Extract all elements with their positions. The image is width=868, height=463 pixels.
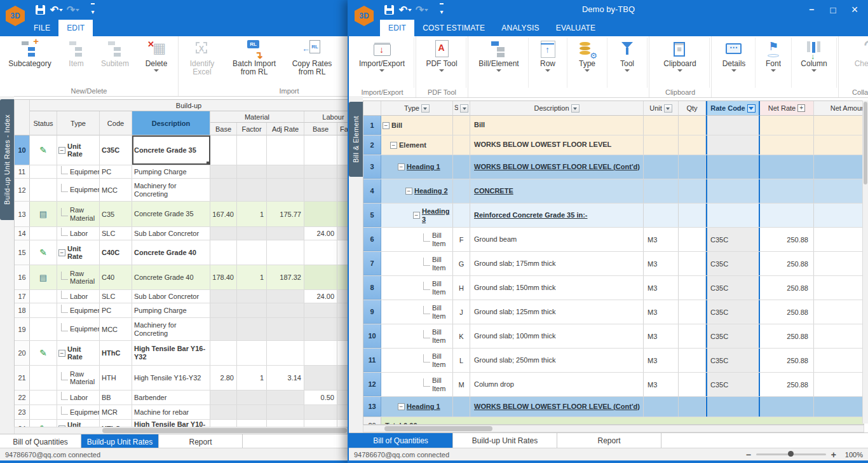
- ribbon-button-pdf-tool[interactable]: PDF Tool: [417, 38, 466, 88]
- collapse-icon[interactable]: [383, 122, 390, 129]
- column-header-description[interactable]: Description: [470, 101, 644, 116]
- filter-funnel-icon[interactable]: [747, 104, 756, 113]
- column-header-code[interactable]: Code: [100, 111, 132, 135]
- tab-cost-estimate[interactable]: COST ESTIMATE: [414, 20, 493, 36]
- row-number[interactable]: 2: [363, 135, 381, 155]
- column-header-type[interactable]: Type: [57, 111, 100, 135]
- row-number[interactable]: 14: [15, 227, 30, 240]
- ribbon-button-tool[interactable]: Tool: [607, 38, 648, 88]
- view-tab-bill-of-quantities[interactable]: Bill of Quantities: [349, 433, 453, 449]
- collapse-icon[interactable]: [398, 403, 405, 410]
- row-number[interactable]: 8: [363, 276, 381, 300]
- row-number[interactable]: 21: [15, 366, 30, 390]
- column-header-adj-rate[interactable]: Adj Rate: [267, 123, 304, 135]
- row-number[interactable]: 1: [363, 116, 381, 135]
- save-icon[interactable]: [382, 3, 396, 17]
- filter-dropdown-icon[interactable]: [571, 104, 580, 113]
- minimize-icon[interactable]: [803, 3, 820, 17]
- row-number[interactable]: 4: [363, 179, 381, 203]
- row-number[interactable]: 10: [363, 324, 381, 348]
- ribbon-button-column[interactable]: Column: [792, 38, 837, 88]
- maximize-icon[interactable]: [825, 3, 841, 17]
- tab-file[interactable]: FILE: [25, 20, 58, 36]
- collapse-icon[interactable]: [58, 249, 65, 256]
- tab-edit[interactable]: EDIT: [380, 20, 414, 36]
- row-number[interactable]: 22: [15, 390, 30, 404]
- tab-edit[interactable]: EDIT: [58, 20, 93, 36]
- column-header-unit[interactable]: Unit: [644, 101, 679, 116]
- right-vertical-scrollbar[interactable]: [862, 100, 868, 424]
- ribbon-button-copy-rates-from-other-project[interactable]: Copy Rates from Other Project: [340, 38, 348, 86]
- zoom-slider[interactable]: [756, 453, 826, 455]
- row-number[interactable]: 11: [15, 165, 30, 178]
- row-number[interactable]: 12: [15, 179, 30, 201]
- undo-icon[interactable]: [50, 3, 64, 17]
- tab-analysis[interactable]: ANALYSIS: [493, 20, 547, 36]
- column-header-status[interactable]: Status: [30, 111, 57, 135]
- ribbon-button-bill-element[interactable]: Bill/Element: [470, 38, 529, 88]
- customize-toolbar-icon[interactable]: [86, 3, 100, 17]
- ribbon-button-delete[interactable]: Delete: [136, 38, 177, 86]
- row-number[interactable]: 16: [15, 265, 30, 289]
- column-header-net-amount[interactable]: Net Amount: [814, 101, 864, 116]
- row-number[interactable]: 10: [15, 135, 30, 165]
- column-header-rate-code[interactable]: Rate Code: [706, 101, 760, 116]
- zoom-slider-handle[interactable]: [788, 451, 794, 457]
- collapse-icon[interactable]: [390, 142, 397, 149]
- description-cell[interactable]: Concrete Grade 35: [132, 135, 210, 165]
- zoom-out-icon[interactable]: −: [746, 450, 751, 460]
- filter-dropdown-icon[interactable]: [460, 104, 468, 113]
- expand-column-icon[interactable]: [797, 104, 805, 112]
- row-number[interactable]: 23: [15, 405, 30, 419]
- ribbon-button-batch-import-from-rl[interactable]: Batch Import from RL: [224, 38, 284, 86]
- ribbon-button-clipboard[interactable]: Clipboard: [651, 38, 710, 88]
- row-number[interactable]: 13: [15, 202, 30, 226]
- row-number[interactable]: 20: [15, 341, 30, 365]
- column-header-qty[interactable]: Qty: [679, 101, 706, 116]
- zoom-in-icon[interactable]: +: [831, 450, 836, 460]
- tab-evaluate[interactable]: EVALUATE: [548, 20, 604, 36]
- row-number[interactable]: 11: [363, 349, 381, 372]
- view-tab-build-up-unit-rates[interactable]: Build-up Unit Rates: [453, 433, 557, 449]
- close-icon[interactable]: [846, 3, 863, 17]
- collapse-icon[interactable]: [58, 350, 65, 357]
- column-header-base[interactable]: Base: [304, 123, 337, 135]
- row-number[interactable]: 3: [363, 155, 381, 179]
- side-tab-bill-and-element[interactable]: Bill & Element: [349, 102, 363, 177]
- save-icon[interactable]: [33, 3, 47, 17]
- collapse-icon[interactable]: [58, 147, 65, 154]
- row-number[interactable]: 9: [363, 300, 381, 324]
- collapse-icon[interactable]: [398, 163, 405, 170]
- row-number[interactable]: 5: [363, 204, 381, 227]
- row-number[interactable]: 12: [363, 373, 381, 396]
- row-number[interactable]: 15: [15, 240, 30, 265]
- right-hscroll-thumb[interactable]: [384, 426, 492, 431]
- row-number[interactable]: 7: [363, 252, 381, 275]
- ribbon-button-font[interactable]: Font: [756, 38, 792, 88]
- column-header-s-n[interactable]: S/N: [453, 101, 470, 116]
- column-header-base[interactable]: Base: [210, 123, 237, 135]
- row-number[interactable]: 17: [15, 290, 30, 303]
- redo-icon[interactable]: [415, 3, 429, 17]
- column-header-description[interactable]: Description: [132, 111, 210, 135]
- ribbon-button-details[interactable]: Details: [713, 38, 756, 88]
- ribbon-button-row[interactable]: Row: [529, 38, 567, 88]
- ribbon-button-import-export[interactable]: Import/Export: [350, 38, 414, 88]
- column-header-factor[interactable]: Factor: [237, 123, 267, 135]
- column-header-factor[interactable]: Factor: [337, 123, 348, 135]
- filter-dropdown-icon[interactable]: [664, 104, 672, 113]
- row-number[interactable]: 6: [363, 228, 381, 251]
- left-hscroll-thumb[interactable]: [102, 428, 347, 433]
- right-horizontal-scrollbar[interactable]: [363, 425, 864, 432]
- ribbon-button-type[interactable]: Type: [567, 38, 607, 88]
- column-header-type[interactable]: Type: [381, 101, 453, 116]
- ribbon-button-subcategory[interactable]: Subcategory: [1, 38, 58, 86]
- row-number[interactable]: 13: [363, 397, 381, 417]
- collapse-icon[interactable]: [405, 188, 412, 195]
- row-number[interactable]: 18: [15, 303, 30, 317]
- right-vscroll-thumb[interactable]: [864, 102, 867, 184]
- collapse-icon[interactable]: [413, 212, 420, 219]
- row-number[interactable]: 19: [15, 318, 30, 340]
- column-header-net-rate[interactable]: Net Rate: [760, 101, 814, 116]
- ribbon-button-copy-rates-from-rl[interactable]: Copy Rates from RL: [284, 38, 340, 86]
